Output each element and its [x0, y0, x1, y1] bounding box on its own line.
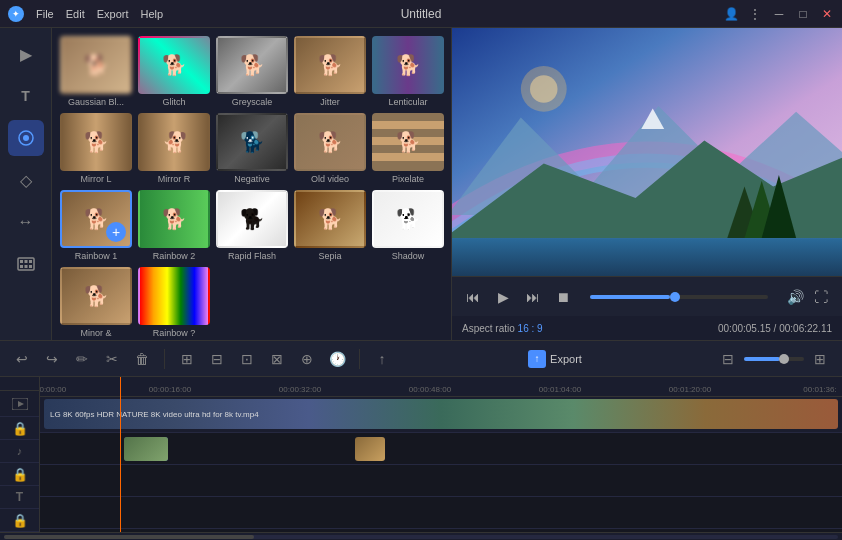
effect-rapid-flash[interactable]: 🐕 Rapid Flash [216, 190, 288, 261]
minimize-button[interactable]: ─ [772, 7, 786, 21]
maximize-button[interactable]: □ [796, 7, 810, 21]
effect-label-jitter: Jitter [320, 97, 340, 107]
zoom-out-button[interactable]: ⊟ [716, 347, 740, 371]
menu-file[interactable]: File [36, 8, 54, 20]
effect-label-negative: Negative [234, 174, 270, 184]
effect-thumb-gaussian: 🐕 [60, 36, 132, 94]
effect-minor[interactable]: 🐕 Minor & [60, 267, 132, 338]
text-tool-button[interactable]: T [8, 78, 44, 114]
effect-label-sepia: Sepia [318, 251, 341, 261]
clip-1[interactable] [124, 437, 168, 461]
time-96: 00:01:36: [803, 385, 836, 394]
transform-tool-button[interactable]: ↔ [8, 204, 44, 240]
fx-icon [17, 129, 35, 147]
edit-button[interactable]: ✏ [70, 347, 94, 371]
effect-label-lenticular: Lenticular [388, 97, 427, 107]
timeline-toolbar: ↩ ↪ ✏ ✂ 🗑 ⊞ ⊟ ⊡ ⊠ ⊕ 🕐 ↑ ↑ Export ⊟ ⊞ [0, 341, 842, 377]
track-icon-lock2: 🔒 [0, 463, 39, 486]
effect-mirror-l[interactable]: 🐕 Mirror L [60, 113, 132, 184]
volume-area: 🔊 ⛶ [784, 286, 832, 308]
shape-tool-button[interactable]: ◇ [8, 162, 44, 198]
crop-button[interactable]: ⊡ [235, 347, 259, 371]
effect-negative[interactable]: 🐕 Negative [216, 113, 288, 184]
cut-button[interactable]: ✂ [100, 347, 124, 371]
progress-bar[interactable] [590, 295, 768, 299]
track-3 [40, 465, 842, 497]
zoom-slider[interactable] [744, 357, 804, 361]
tracks-container: LG 8K 60fps HDR NATURE 8K video ultra hd… [40, 397, 842, 532]
timeline-content[interactable]: 00:00:00:00 00:00:16:00 00:00:32:00 00:0… [40, 377, 842, 532]
effect-glitch[interactable]: 🐕 Glitch [138, 36, 210, 107]
main-video-label: LG 8K 60fps HDR NATURE 8K video ultra hd… [50, 410, 259, 419]
left-toolbar: ▶ T ◇ ↔ [0, 28, 52, 340]
resize-button[interactable]: ⊠ [265, 347, 289, 371]
video-tool-button[interactable]: ▶ [8, 36, 44, 72]
svg-marker-20 [18, 401, 24, 407]
svg-point-18 [530, 75, 558, 103]
menu-edit[interactable]: Edit [66, 8, 85, 20]
effect-rainbow-q[interactable]: Rainbow ? [138, 267, 210, 338]
fullscreen-button[interactable]: ⛶ [810, 286, 832, 308]
svg-rect-2 [18, 258, 34, 270]
zoom-in-button[interactable]: ⊞ [808, 347, 832, 371]
rewind-button[interactable]: ⏮ [462, 286, 484, 308]
menu-bar: File Edit Export Help [36, 8, 163, 20]
menu-export[interactable]: Export [97, 8, 129, 20]
effect-mirror-r[interactable]: 🐕 Mirror R [138, 113, 210, 184]
track-2 [40, 433, 842, 465]
effect-thumb-rapid-flash: 🐕 [216, 190, 288, 248]
effects-panel: 🐕 Gaussian Bl... 🐕 Glitch 🐕 Greyscale 🐕 [52, 28, 452, 340]
merge-button[interactable]: ⊟ [205, 347, 229, 371]
undo-button[interactable]: ↩ [10, 347, 34, 371]
effect-old-video[interactable]: 🐕 Old video [294, 113, 366, 184]
effect-gaussian-bl[interactable]: 🐕 Gaussian Bl... [60, 36, 132, 107]
fast-forward-button[interactable]: ⏭ [522, 286, 544, 308]
effect-label-shadow: Shadow [392, 251, 425, 261]
effect-pixelate[interactable]: 🐕 Pixelate [372, 113, 444, 184]
effect-greyscale[interactable]: 🐕 Greyscale [216, 36, 288, 107]
horizontal-scrollbar[interactable] [0, 532, 842, 540]
timer-button[interactable]: 🕐 [325, 347, 349, 371]
delete-button[interactable]: 🗑 [130, 347, 154, 371]
scrollbar-thumb[interactable] [4, 535, 254, 539]
effect-shadow[interactable]: 🐕 Shadow [372, 190, 444, 261]
preview-video [452, 28, 842, 276]
app-icon: ✦ [8, 6, 24, 22]
stop-button[interactable]: ⏹ [552, 286, 574, 308]
preview-info: Aspect ratio 16 : 9 00:00:05.15 / 00:06:… [452, 316, 842, 340]
effect-rainbow-1[interactable]: 🐕 + Rainbow 1 [60, 190, 132, 261]
effect-thumb-rainbow-q [138, 267, 210, 325]
effect-label-rainbow-1: Rainbow 1 [75, 251, 118, 261]
timeline-area: ↩ ↪ ✏ ✂ 🗑 ⊞ ⊟ ⊡ ⊠ ⊕ 🕐 ↑ ↑ Export ⊟ ⊞ [0, 340, 842, 540]
user-button[interactable]: 👤 [724, 7, 738, 21]
track-4 [40, 497, 842, 529]
track-5 [40, 529, 842, 532]
clip-2[interactable] [355, 437, 385, 461]
upload-button[interactable]: ↑ [370, 347, 394, 371]
effect-lenticular[interactable]: 🐕 Lenticular [372, 36, 444, 107]
fx-tool-button[interactable] [8, 120, 44, 156]
fit-button[interactable]: ⊕ [295, 347, 319, 371]
close-button[interactable]: ✕ [820, 7, 834, 21]
volume-button[interactable]: 🔊 [784, 286, 806, 308]
menu-dots-button[interactable]: ⋮ [748, 7, 762, 21]
export-label: Export [550, 353, 582, 365]
effect-thumb-greyscale: 🐕 [216, 36, 288, 94]
play-button[interactable]: ▶ [492, 286, 514, 308]
time-80: 00:01:20:00 [669, 385, 711, 394]
svg-rect-4 [24, 260, 27, 263]
split-button[interactable]: ⊞ [175, 347, 199, 371]
scrollbar-track[interactable] [4, 535, 838, 539]
film-tool-button[interactable] [8, 246, 44, 282]
aspect-ratio-label: Aspect ratio 16 : 9 [462, 323, 543, 334]
svg-point-1 [23, 135, 29, 141]
effect-sepia[interactable]: 🐕 Sepia [294, 190, 366, 261]
export-button[interactable]: ↑ Export [520, 346, 590, 372]
effect-rainbow-2[interactable]: 🐕 Rainbow 2 [138, 190, 210, 261]
menu-help[interactable]: Help [141, 8, 164, 20]
effect-label-gaussian: Gaussian Bl... [68, 97, 124, 107]
redo-button[interactable]: ↪ [40, 347, 64, 371]
effect-jitter[interactable]: 🐕 Jitter [294, 36, 366, 107]
progress-fill [590, 295, 670, 299]
add-effect-button[interactable]: + [106, 222, 126, 242]
